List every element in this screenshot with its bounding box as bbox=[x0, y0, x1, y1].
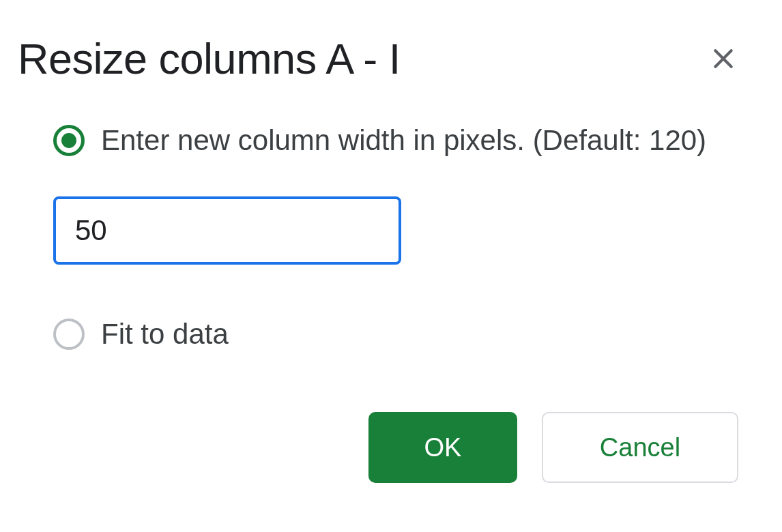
dialog-header: Resize columns A - I bbox=[0, 0, 782, 104]
radio-unselected-icon bbox=[53, 319, 85, 350]
dialog-footer: OK Cancel bbox=[0, 371, 782, 524]
cancel-button[interactable]: Cancel bbox=[542, 412, 738, 483]
column-width-input[interactable] bbox=[53, 196, 401, 265]
ok-button[interactable]: OK bbox=[368, 412, 517, 483]
close-icon bbox=[710, 45, 737, 72]
close-button[interactable] bbox=[704, 40, 742, 78]
enter-width-radio[interactable] bbox=[53, 125, 85, 156]
fit-to-data-radio[interactable] bbox=[53, 319, 85, 350]
enter-width-label: Enter new column width in pixels. (Defau… bbox=[101, 124, 706, 157]
dialog-title: Resize columns A - I bbox=[18, 34, 401, 83]
radio-selected-icon bbox=[53, 125, 85, 156]
fit-to-data-option[interactable]: Fit to data bbox=[53, 318, 764, 351]
fit-to-data-label: Fit to data bbox=[101, 318, 229, 351]
resize-columns-dialog: Resize columns A - I Enter new column wi… bbox=[0, 0, 782, 532]
enter-width-option[interactable]: Enter new column width in pixels. (Defau… bbox=[53, 124, 764, 157]
dialog-body: Enter new column width in pixels. (Defau… bbox=[0, 104, 782, 371]
